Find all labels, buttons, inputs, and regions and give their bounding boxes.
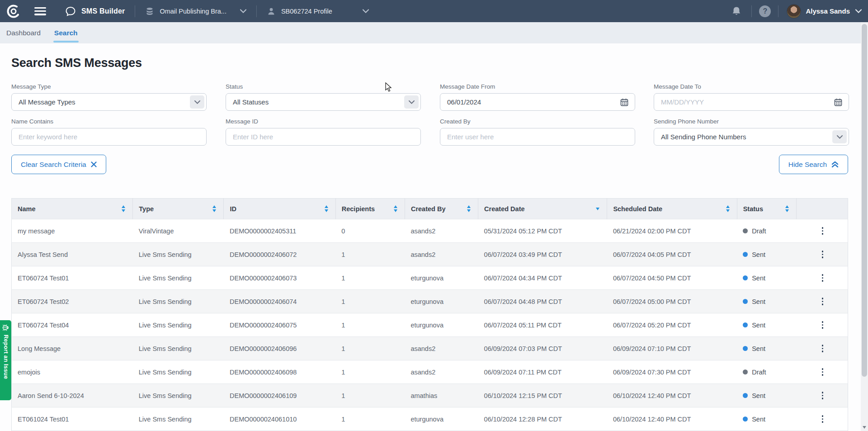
name-contains-input[interactable] [12, 128, 206, 145]
cell-id: DEMO0000002406109 [224, 384, 335, 407]
row-actions-kebab-icon[interactable] [817, 413, 829, 425]
app-window: SMS Builder Omail Publishing Bra... [0, 0, 868, 431]
column-header-created-by[interactable]: Created By [405, 199, 478, 219]
row-actions-kebab-icon[interactable] [817, 343, 829, 355]
user-avatar[interactable] [787, 4, 801, 19]
brand-selector[interactable]: Omail Publishing Bra... [145, 7, 246, 16]
user-menu-chevron-icon[interactable] [855, 9, 862, 13]
cell-name: Long Message [12, 337, 133, 360]
vertical-scrollbar[interactable] [861, 22, 868, 431]
message-type-select[interactable]: All Message Types [11, 93, 207, 111]
row-actions-kebab-icon[interactable] [817, 319, 829, 331]
column-header-created-date[interactable]: Created Date [478, 199, 607, 219]
row-actions-kebab-icon[interactable] [817, 366, 829, 378]
clear-search-button[interactable]: Clear Search Criteria [11, 155, 106, 174]
cell-created-date: 05/31/2024 05:12 PM CDT [478, 219, 607, 243]
date-from-input[interactable] [440, 94, 635, 110]
app-title: SMS Builder [81, 7, 125, 15]
row-actions-kebab-icon[interactable] [817, 296, 829, 308]
sending-phone-select[interactable]: All Sending Phone Numbers [654, 128, 849, 146]
status-dropdown-button[interactable] [404, 95, 419, 109]
cell-name: ET061024 Test01 [12, 407, 133, 431]
cell-created-by: asands2 [405, 219, 478, 243]
sort-icon[interactable] [325, 205, 328, 212]
cell-actions [796, 243, 848, 266]
cell-created-by: amathias [405, 384, 478, 407]
cell-actions [796, 384, 848, 407]
cell-scheduled-date: 06/09/2024 07:10 PM CDT [607, 337, 737, 360]
created-by-input[interactable] [440, 128, 635, 145]
column-header-id[interactable]: ID [224, 199, 335, 219]
cell-type: Live Sms Sending [133, 407, 224, 431]
sort-icon[interactable] [122, 205, 125, 212]
status-badge: Sent [752, 275, 765, 282]
sort-icon[interactable] [394, 205, 397, 212]
sort-icon[interactable] [785, 205, 789, 212]
status-select[interactable]: All Statuses [226, 93, 421, 111]
status-dot-icon [743, 417, 748, 422]
date-from-input-box [440, 93, 635, 111]
calendar-icon[interactable] [833, 94, 843, 110]
cell-id: DEMO0000002406096 [224, 337, 335, 360]
hamburger-menu-icon[interactable] [34, 7, 46, 15]
date-to-input-box [654, 93, 849, 111]
column-header-name[interactable]: Name [12, 199, 133, 219]
message-type-dropdown-button[interactable] [190, 95, 204, 109]
report-issue-tab[interactable]: Report an Issue [0, 320, 11, 400]
scrollbar-down-arrow[interactable] [863, 426, 866, 429]
message-id-input[interactable] [226, 128, 420, 145]
cell-actions [796, 313, 848, 337]
chat-bubble-icon [65, 6, 76, 17]
cell-scheduled-date: 06/07/2024 05:20 PM CDT [607, 313, 737, 337]
x-icon [91, 161, 97, 167]
cell-id: DEMO0000002406073 [224, 266, 335, 290]
row-actions-kebab-icon[interactable] [817, 249, 829, 260]
cell-id: DEMO0000002406098 [224, 360, 335, 384]
cell-scheduled-date: 06/10/2024 12:40 PM CDT [607, 384, 737, 407]
field-status: Status All Statuses [226, 83, 421, 111]
sending-phone-dropdown-button[interactable] [832, 130, 847, 143]
field-date-from: Message Date From [440, 83, 635, 111]
cell-created-date: 06/09/2024 07:11 PM CDT [478, 360, 607, 384]
row-actions-kebab-icon[interactable] [817, 225, 829, 237]
sort-icon[interactable] [212, 205, 216, 212]
tab-dashboard[interactable]: Dashboard [5, 22, 42, 43]
cell-recipients: 1 [335, 360, 405, 384]
cell-created-date: 06/10/2024 12:15 PM CDT [478, 384, 607, 407]
column-header-status[interactable]: Status [737, 199, 796, 219]
date-to-input[interactable] [654, 94, 849, 110]
message-type-value: All Message Types [12, 94, 206, 110]
cell-actions [796, 360, 848, 384]
scrollbar-thumb[interactable] [862, 24, 867, 377]
column-header-recipients[interactable]: Recipients [335, 199, 405, 219]
database-icon [145, 7, 154, 16]
cell-status: Sent [737, 407, 796, 431]
message-id-input-box [226, 128, 421, 146]
app-logo-icon[interactable] [6, 4, 21, 19]
row-actions-kebab-icon[interactable] [817, 272, 829, 284]
row-actions-kebab-icon[interactable] [817, 390, 829, 402]
cell-created-date: 06/09/2024 07:03 PM CDT [478, 337, 607, 360]
table-row: ET061024 Test01Live Sms SendingDEMO00000… [12, 407, 848, 431]
sort-icon[interactable] [726, 205, 730, 212]
column-header-scheduled-date[interactable]: Scheduled Date [607, 199, 737, 219]
status-badge: Sent [752, 416, 765, 423]
cell-name: emojois [12, 360, 133, 384]
hide-search-button[interactable]: Hide Search [779, 155, 848, 174]
calendar-icon[interactable] [619, 94, 629, 110]
cell-actions [796, 290, 848, 313]
cell-recipients: 0 [335, 219, 405, 243]
sending-phone-value: All Sending Phone Numbers [654, 128, 849, 145]
profile-selector[interactable]: SB062724 Profile [267, 7, 369, 16]
column-header-type[interactable]: Type [133, 199, 224, 219]
help-icon[interactable]: ? [759, 5, 771, 17]
cell-created-by: eturgunova [405, 290, 478, 313]
tab-search[interactable]: Search [53, 22, 79, 43]
sort-icon[interactable] [467, 205, 471, 212]
cell-status: Sent [737, 243, 796, 266]
table-row: Alyssa Test SendLive Sms SendingDEMO0000… [12, 243, 848, 266]
message-id-label: Message ID [226, 118, 421, 125]
sort-desc-icon[interactable] [596, 208, 599, 210]
column-label: Type [139, 205, 154, 213]
notifications-bell-icon[interactable] [729, 4, 744, 19]
